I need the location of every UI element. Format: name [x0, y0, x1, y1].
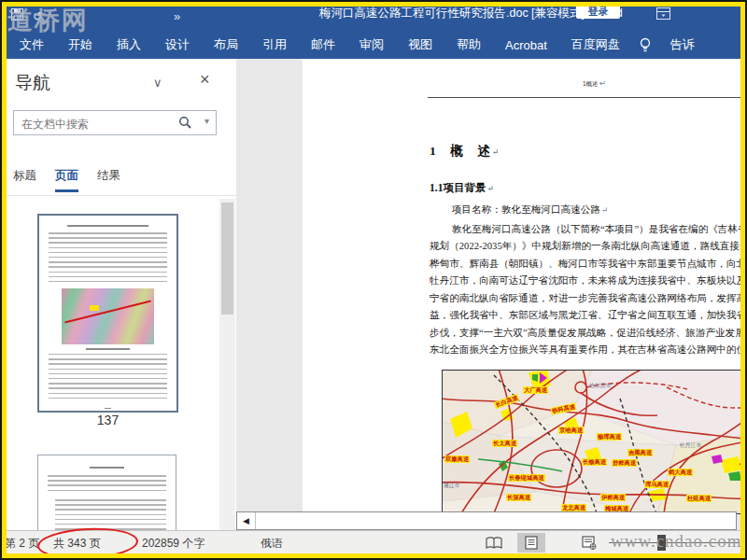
body-text: 项目名称：敦化至梅河口高速公路↵敦化至梅河口高速公路（以下简称“本项目”）是我省… — [430, 202, 745, 359]
pilcrow-mark: ↵ — [486, 184, 493, 193]
word-window: ↺ » 梅河口高速公路工程可行性研究报告.doc [兼容模式] - Word 登… — [0, 0, 747, 560]
ribbon-tab-10[interactable]: 帮助 — [444, 36, 493, 53]
ribbon-tab-bar: 文件开始插入设计布局引用邮件审阅视图帮助Acrobat百度网盘告诉 — [7, 31, 707, 59]
zoom-slider-thumb[interactable] — [657, 535, 666, 551]
ribbon-tab-9[interactable]: 视图 — [396, 36, 444, 53]
status-language[interactable]: 俄语 — [261, 536, 283, 552]
nav-search-box[interactable]: ▾ — [13, 110, 217, 135]
body-text-line: 规划（2022-2035年）》中规划新增的一条南北纵向高速通道，路线直接连接了敦… — [430, 238, 745, 256]
chevron-down-icon[interactable]: ∨ — [153, 76, 162, 90]
ribbon-tab-6[interactable]: 引用 — [250, 36, 299, 53]
thumb-text-lines — [55, 499, 166, 531]
thumb-caption-line — [86, 348, 130, 350]
search-icon[interactable] — [178, 116, 191, 133]
ribbon-tab-4[interactable]: 设计 — [153, 36, 202, 53]
header-rule — [428, 97, 745, 98]
window-title: 梅河口高速公路工程可行性研究报告.doc [兼容模式] - Word — [319, 6, 599, 21]
navigation-pane: 导航 ∨ × ▾ 标题页面结果 137 — [2, 59, 237, 530]
ribbon-display-options-icon[interactable] — [656, 7, 670, 23]
ribbon-tab-12[interactable]: 百度网盘 — [559, 36, 632, 53]
map-city-label: 哈尔滨市 — [589, 383, 611, 389]
nav-separator — [2, 195, 236, 196]
nav-tab-bar: 标题页面结果 — [13, 168, 120, 192]
map-highway-label: 长深高速 — [506, 494, 531, 501]
web-layout-icon — [582, 536, 597, 550]
thumb-text-lines — [49, 232, 167, 285]
map-city-label: 通辽市 — [444, 483, 459, 489]
ribbon-tab-2[interactable]: 开始 — [56, 36, 105, 53]
nav-scrollbar[interactable] — [219, 199, 235, 530]
ribbon-tab-11[interactable]: Acrobat — [493, 38, 559, 52]
body-text-line: 敦化至梅河口高速公路（以下简称“本项目”）是我省在编的《吉林省省级公路网↵ — [430, 221, 745, 239]
document-workspace: 1概述↵ 1 概 述↵ 1.1项目背景↵ 项目名称：敦化至梅河口高速公路↵敦化至… — [236, 59, 745, 530]
search-dropdown-caret-icon[interactable]: ▾ — [204, 116, 209, 126]
map-highway-label: 龙北高速 — [561, 504, 586, 511]
map-highway-label: 长春绕城高速 — [508, 474, 545, 482]
ribbon-tab-1[interactable]: 文件 — [7, 36, 56, 53]
undo-icon[interactable]: ↺ — [33, 9, 43, 23]
page-thumbnail-next[interactable] — [37, 455, 176, 530]
status-bar: 第 2 页 共 343 页 202859 个字 俄语 www.cndao.com — [2, 530, 745, 554]
zoom-slider-track[interactable] — [609, 542, 740, 543]
map-highway-label: 伊桦高速 — [600, 494, 626, 501]
tell-me-lightbulb-icon[interactable] — [632, 37, 658, 53]
print-layout-icon — [525, 536, 538, 550]
map-highway-label: 榆珲高速 — [597, 433, 622, 441]
map-city-label: 牡丹江市 — [680, 442, 701, 449]
login-button[interactable]: 登录 — [576, 5, 620, 19]
map-highway-label: 吉黑高速 — [627, 449, 653, 456]
nav-tab-标题[interactable]: 标题 — [13, 168, 36, 192]
map-highway-label: 大广高速 — [523, 386, 548, 394]
ribbon-tab-tell-me[interactable]: 告诉 — [658, 36, 707, 53]
thumb-text-lines — [49, 354, 167, 402]
scroll-left-arrow-icon[interactable]: ◀ — [237, 512, 256, 529]
pilcrow-mark: ↵ — [492, 147, 500, 157]
map-highway-label: 杜延高速 — [686, 495, 712, 502]
document-page[interactable]: 1概述↵ 1 概 述↵ 1.1项目背景↵ 项目名称：敦化至梅河口高速公路↵敦化至… — [303, 59, 745, 512]
web-layout-button[interactable] — [575, 533, 603, 553]
thumb-text-lines — [48, 475, 166, 494]
ribbon-tab-8[interactable]: 审阅 — [347, 36, 396, 53]
close-icon[interactable]: × — [200, 70, 210, 90]
map-highway-label: 京哈高速 — [558, 427, 584, 434]
site-watermark-bottom: www.cndao.com — [611, 531, 742, 552]
page-header: 1概述↵ — [583, 78, 606, 89]
map-highway-label: 鹤大高速 — [668, 469, 693, 476]
read-mode-button[interactable] — [480, 533, 508, 553]
ribbon-tab-7[interactable]: 邮件 — [299, 36, 347, 53]
ribbon-tab-3[interactable]: 插入 — [105, 36, 153, 53]
body-text-line: 宁省的南北纵向省际通道，对进一步完善我省高速公路网络布局，发挥高速公路网络效↵ — [430, 290, 745, 308]
highway-map-figure: 大广高速长白高速铁科高速京哈高速榆珲高速长太高速双嫩高速吉黑高速长榆高速舒桦高速… — [442, 370, 745, 514]
qat-overflow-button[interactable]: » — [174, 9, 180, 23]
thumb-title-line — [67, 225, 148, 227]
status-word-count[interactable]: 202859 个字 — [142, 536, 204, 552]
map-highway-label: 珲乌高速 — [644, 481, 669, 488]
ribbon-tab-5[interactable]: 布局 — [202, 36, 250, 53]
page-thumbnail-137[interactable] — [37, 214, 178, 413]
map-highway-label: 舒桦高速 — [612, 459, 637, 467]
horizontal-scrollbar[interactable]: ◀ — [236, 511, 737, 530]
thumb-title-line — [90, 467, 124, 469]
nav-scrollbar-thumb[interactable] — [221, 203, 233, 315]
title-bar: ↺ » 梅河口高速公路工程可行性研究报告.doc [兼容模式] - Word 登… — [2, 2, 745, 59]
nav-pane-title: 导航 — [15, 71, 50, 95]
status-total-pages[interactable]: 共 343 页 — [53, 536, 101, 552]
thumb-map-image — [62, 288, 154, 344]
body-text-line: 益，强化我省中、东部区域与黑龙江省、辽宁省之间互联互通，加快我省交通强国建设↵ — [430, 307, 745, 325]
pilcrow-mark: ↵ — [601, 205, 608, 215]
nav-tab-页面[interactable]: 页面 — [55, 168, 78, 192]
print-layout-button[interactable] — [517, 533, 545, 553]
body-text-line: 步伐，支撑“一主六双”高质量促发展战略，促进沿线经济、旅游产业发展，助力实现↵ — [430, 325, 745, 343]
thumbnail-page-number: 137 — [37, 413, 178, 427]
status-current-page[interactable]: 第 2 页 — [5, 536, 39, 552]
map-highway-label: 双嫩高速 — [444, 455, 470, 463]
read-mode-icon — [486, 537, 502, 550]
save-icon[interactable] — [11, 7, 23, 24]
search-input[interactable] — [20, 114, 173, 133]
nav-tab-结果[interactable]: 结果 — [97, 168, 120, 192]
chapter-heading: 1 概 述↵ — [430, 143, 500, 160]
body-text-line: 东北全面振兴全方位振兴等具有重要作用，其在吉林省高速公路网中的位置见图1-1。↵ — [430, 342, 745, 359]
section-heading: 1.1项目背景↵ — [430, 181, 494, 195]
body-text-line: 牡丹江市，向南可达辽宁省沈阳市，未来将成为连接我省中、东板块以及黑龙江省、辽↵ — [430, 273, 745, 290]
pilcrow-mark: ↵ — [599, 78, 606, 88]
